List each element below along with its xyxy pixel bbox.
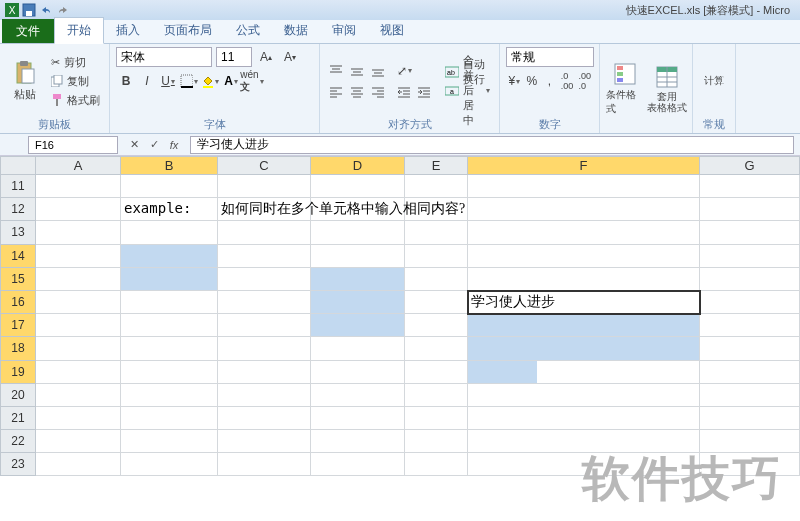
cell-F15[interactable] <box>468 268 700 291</box>
cell-C14[interactable] <box>218 245 311 268</box>
row-header-16[interactable]: 16 <box>0 291 36 314</box>
cell-C19[interactable] <box>218 361 311 384</box>
row-header-15[interactable]: 15 <box>0 268 36 291</box>
cell-C13[interactable] <box>218 221 311 244</box>
cell-G22[interactable] <box>700 430 800 453</box>
tab-data[interactable]: 数据 <box>272 18 320 43</box>
cell-C20[interactable] <box>218 384 311 407</box>
cell-B15[interactable] <box>121 268 218 291</box>
cell-E21[interactable] <box>405 407 468 430</box>
comma-button[interactable]: , <box>541 71 558 91</box>
col-header-E[interactable]: E <box>405 156 468 175</box>
row-header-21[interactable]: 21 <box>0 407 36 430</box>
cell-C23[interactable] <box>218 453 311 476</box>
cell-B16[interactable] <box>121 291 218 314</box>
row-header-13[interactable]: 13 <box>0 221 36 244</box>
cell-D20[interactable] <box>311 384 405 407</box>
cell-E15[interactable] <box>405 268 468 291</box>
cell-A18[interactable] <box>36 337 121 360</box>
paste-button[interactable]: 粘贴 <box>6 52 44 110</box>
cell-G14[interactable] <box>700 245 800 268</box>
select-all-button[interactable] <box>0 156 36 175</box>
row-header-18[interactable]: 18 <box>0 337 36 360</box>
row-header-12[interactable]: 12 <box>0 198 36 221</box>
cell-A12[interactable] <box>36 198 121 221</box>
cell-G13[interactable] <box>700 221 800 244</box>
col-header-F[interactable]: F <box>468 156 700 175</box>
cell-E14[interactable] <box>405 245 468 268</box>
cell-D17[interactable] <box>311 314 405 337</box>
tab-layout[interactable]: 页面布局 <box>152 18 224 43</box>
cell-C18[interactable] <box>218 337 311 360</box>
cell-B23[interactable] <box>121 453 218 476</box>
cut-button[interactable]: ✂剪切 <box>48 53 103 71</box>
cell-E20[interactable] <box>405 384 468 407</box>
cell-B12[interactable]: example: <box>121 198 218 221</box>
cell-F20[interactable] <box>468 384 700 407</box>
cell-G20[interactable] <box>700 384 800 407</box>
cell-C12[interactable]: 如何同时在多个单元格中输入相同内容? <box>218 198 311 221</box>
align-left-button[interactable] <box>326 82 346 102</box>
cell-F16[interactable]: 学习使人进步 <box>468 291 700 314</box>
font-name-combo[interactable]: 宋体 <box>116 47 212 67</box>
cell-B11[interactable] <box>121 175 218 198</box>
cell-A20[interactable] <box>36 384 121 407</box>
row-header-14[interactable]: 14 <box>0 245 36 268</box>
cell-C17[interactable] <box>218 314 311 337</box>
format-painter-button[interactable]: 格式刷 <box>48 91 103 109</box>
cell-D23[interactable] <box>311 453 405 476</box>
cell-G17[interactable] <box>700 314 800 337</box>
cell-G11[interactable] <box>700 175 800 198</box>
merge-center-button[interactable]: a合并后居中▾ <box>442 82 493 100</box>
cell-D21[interactable] <box>311 407 405 430</box>
tab-review[interactable]: 审阅 <box>320 18 368 43</box>
cell-F14[interactable] <box>468 245 700 268</box>
cell-A23[interactable] <box>36 453 121 476</box>
cell-F22[interactable] <box>468 430 700 453</box>
cell-D14[interactable] <box>311 245 405 268</box>
number-format-combo[interactable]: 常规 <box>506 47 594 67</box>
cell-B22[interactable] <box>121 430 218 453</box>
cell-D15[interactable] <box>311 268 405 291</box>
font-size-combo[interactable]: 11 <box>216 47 252 67</box>
redo-icon[interactable] <box>55 2 71 18</box>
align-middle-button[interactable] <box>347 61 367 81</box>
cell-D13[interactable] <box>311 221 405 244</box>
cell-A21[interactable] <box>36 407 121 430</box>
col-header-A[interactable]: A <box>36 156 121 175</box>
cell-E16[interactable] <box>405 291 468 314</box>
cell-B20[interactable] <box>121 384 218 407</box>
cell-E22[interactable] <box>405 430 468 453</box>
cell-C22[interactable] <box>218 430 311 453</box>
cell-C21[interactable] <box>218 407 311 430</box>
percent-button[interactable]: % <box>524 71 541 91</box>
row-header-22[interactable]: 22 <box>0 430 36 453</box>
bold-button[interactable]: B <box>116 71 136 91</box>
col-header-D[interactable]: D <box>311 156 405 175</box>
cell-D16[interactable] <box>311 291 405 314</box>
align-center-button[interactable] <box>347 82 367 102</box>
row-header-11[interactable]: 11 <box>0 175 36 198</box>
indent-dec-button[interactable] <box>394 82 414 102</box>
currency-button[interactable]: ¥▾ <box>506 71 523 91</box>
cell-G19[interactable] <box>700 361 800 384</box>
cell-G23[interactable] <box>700 453 800 476</box>
grow-font-button[interactable]: A▴ <box>256 47 276 67</box>
cond-format-button[interactable]: 条件格式 <box>606 60 644 118</box>
row-header-19[interactable]: 19 <box>0 361 36 384</box>
undo-icon[interactable] <box>38 2 54 18</box>
inc-decimal-button[interactable]: .0.00 <box>559 71 576 91</box>
col-header-B[interactable]: B <box>121 156 218 175</box>
cell-F17[interactable] <box>468 314 700 337</box>
cell-D19[interactable] <box>311 361 405 384</box>
dec-decimal-button[interactable]: .00.0 <box>576 71 593 91</box>
italic-button[interactable]: I <box>137 71 157 91</box>
fx-icon[interactable]: fx <box>166 137 182 153</box>
cell-B14[interactable] <box>121 245 218 268</box>
align-bottom-button[interactable] <box>368 61 388 81</box>
cell-A19[interactable] <box>36 361 121 384</box>
cell-E23[interactable] <box>405 453 468 476</box>
cell-B13[interactable] <box>121 221 218 244</box>
cancel-icon[interactable]: ✕ <box>126 137 142 153</box>
cell-C16[interactable] <box>218 291 311 314</box>
